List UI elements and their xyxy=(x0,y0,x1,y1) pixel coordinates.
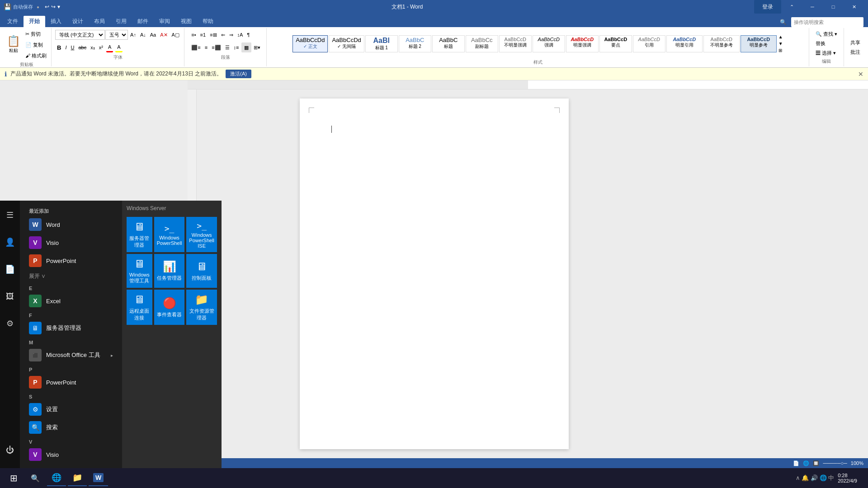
view-focus-btn[interactable]: 🔲 xyxy=(813,460,819,466)
start-item-msoffice[interactable]: ⬛ Microsoft Office 工具 ▸ xyxy=(20,346,122,364)
strikethrough-btn[interactable]: abc xyxy=(76,42,88,52)
replace-btn[interactable]: 替换 xyxy=(813,39,840,48)
redo-btn[interactable]: ↪ xyxy=(51,4,56,10)
share-btn[interactable]: 共享 xyxy=(848,38,863,47)
start-item-powerpoint-recent[interactable]: P PowerPoint xyxy=(20,252,122,270)
tab-insert[interactable]: 插入 xyxy=(45,16,67,27)
style-no-spacing[interactable]: AaBbCcDd ✓ 无间隔 xyxy=(329,35,364,52)
select-btn[interactable]: ☰ 选择 ▾ xyxy=(813,49,840,57)
style-subtle-ref[interactable]: AaBbCcD 不明显参考 xyxy=(703,35,740,52)
tile-powershell[interactable]: >_ Windows PowerShell xyxy=(154,217,185,252)
document-icon-btn[interactable]: 📄 xyxy=(0,259,20,279)
italic-btn[interactable]: I xyxy=(63,42,68,52)
view-print-btn[interactable]: 📄 xyxy=(793,460,799,466)
superscript-btn[interactable]: x² xyxy=(97,42,105,52)
subscript-btn[interactable]: x₂ xyxy=(89,42,97,52)
expand-btn[interactable]: 展开 ∨ xyxy=(20,270,122,283)
taskbar-search-btn[interactable]: 🔍 xyxy=(25,468,45,488)
tile-task-manager[interactable]: 📊 任务管理器 xyxy=(154,254,185,288)
tile-control-panel[interactable]: 🖥 控制面板 xyxy=(186,254,217,288)
styles-down-btn[interactable]: ▼ xyxy=(778,41,784,47)
styles-more-btn[interactable]: ⊞ xyxy=(778,47,784,53)
tile-server-manager[interactable]: 🖥 服务器管理器 xyxy=(127,217,152,252)
comments-btn[interactable]: 批注 xyxy=(848,48,863,56)
settings-side-btn[interactable]: ⚙ xyxy=(0,314,20,333)
style-title[interactable]: AaBbC 标题 xyxy=(432,35,465,52)
tile-event-viewer[interactable]: 🔴 事件查看器 xyxy=(154,290,185,325)
ribbon-toggle-btn[interactable]: ⌃ xyxy=(781,0,802,14)
pictures-btn[interactable]: 🖼 xyxy=(0,286,20,306)
infobar-close-btn[interactable]: ✕ xyxy=(858,70,863,78)
tab-home[interactable]: 开始 xyxy=(24,16,45,27)
taskbar-explorer[interactable]: 📁 xyxy=(68,470,87,486)
font-grow-btn[interactable]: A↑ xyxy=(128,30,138,40)
numbering-btn[interactable]: ≡1 xyxy=(198,30,208,40)
start-item-word[interactable]: W Word xyxy=(20,216,122,234)
activate-button[interactable]: 激活(A) xyxy=(226,70,251,78)
start-button[interactable]: ⊞ xyxy=(4,468,24,488)
find-btn[interactable]: 🔍 查找 ▾ xyxy=(813,30,840,38)
zoom-slider[interactable]: ─────○─ xyxy=(823,460,847,466)
style-heading2[interactable]: AaBbC 标题 2 xyxy=(399,35,431,52)
start-item-excel[interactable]: X Excel xyxy=(20,292,122,310)
tab-file[interactable]: 文件 xyxy=(2,16,24,27)
start-item-search[interactable]: 🔍 搜索 xyxy=(20,418,122,436)
highlight-btn[interactable]: A xyxy=(115,42,122,52)
line-spacing-btn[interactable]: ↕≡ xyxy=(232,42,241,52)
tile-file-explorer[interactable]: 📁 文件资源管理器 xyxy=(186,290,217,325)
tile-powershell-ise[interactable]: >_ Windows PowerShell ISE xyxy=(186,217,217,252)
justify-btn[interactable]: ☰ xyxy=(223,42,231,52)
font-shrink-btn[interactable]: A↓ xyxy=(138,30,148,40)
shading-btn[interactable]: ▩ xyxy=(241,42,251,52)
style-emphasis[interactable]: AaBbCcD 强调 xyxy=(533,35,565,52)
tab-mailings[interactable]: 邮件 xyxy=(132,16,154,27)
close-btn[interactable]: ✕ xyxy=(844,0,864,14)
tab-design[interactable]: 设计 xyxy=(67,16,89,27)
paste-btn[interactable]: 📋 粘贴 xyxy=(5,31,23,58)
tab-layout[interactable]: 布局 xyxy=(89,16,110,27)
taskbar-word[interactable]: W xyxy=(89,470,108,486)
style-intense-ref[interactable]: AaBbCcD 明显参考 xyxy=(741,35,777,52)
autosave-toggle[interactable]: ● xyxy=(37,5,39,9)
login-btn[interactable]: 登录 xyxy=(754,0,781,14)
style-intense-quote[interactable]: AaBbCcD 明显引用 xyxy=(666,35,703,52)
start-item-visio2[interactable]: V Visio xyxy=(20,446,122,464)
maximize-btn[interactable]: □ xyxy=(823,0,844,14)
format-painter-btn[interactable]: 🖌 格式刷 xyxy=(24,51,48,61)
style-normal[interactable]: AaBbCcDd ✓ 正文 xyxy=(292,35,328,52)
indent-decrease-btn[interactable]: ⇐ xyxy=(219,30,227,40)
style-quote[interactable]: AaBbCcD 引用 xyxy=(633,35,665,52)
style-intense-em[interactable]: AaBbCcD 明显强调 xyxy=(566,35,599,52)
tab-help[interactable]: 帮助 xyxy=(197,16,219,27)
taskbar-edge[interactable]: 🌐 xyxy=(47,470,66,486)
change-case-btn[interactable]: Aa xyxy=(148,30,158,40)
start-item-server-mgr[interactable]: 🖥 服务器管理器 xyxy=(20,319,122,337)
tab-references[interactable]: 引用 xyxy=(110,16,132,27)
undo-btn[interactable]: ↩ xyxy=(45,4,49,10)
clear-format-btn[interactable]: A✕ xyxy=(158,30,169,40)
multilevel-btn[interactable]: ≡⊞ xyxy=(208,30,218,40)
styles-up-btn[interactable]: ▲ xyxy=(778,34,784,40)
underline-btn[interactable]: U xyxy=(69,42,76,52)
font-size-select[interactable]: 五号 xyxy=(105,30,128,40)
show-marks-btn[interactable]: ¶ xyxy=(245,30,251,40)
bold-btn[interactable]: B xyxy=(55,42,63,52)
borders-btn[interactable]: ⊞▾ xyxy=(252,42,262,52)
document-page[interactable] xyxy=(300,99,569,449)
style-subtle-em[interactable]: AaBbCcD 不明显强调 xyxy=(499,35,532,52)
style-heading1[interactable]: AaBl 标题 1 xyxy=(365,35,398,52)
sort-btn[interactable]: ↕A xyxy=(236,30,245,40)
align-right-btn[interactable]: ≡⬛ xyxy=(210,42,222,52)
tab-review[interactable]: 审阅 xyxy=(154,16,175,27)
start-item-visio[interactable]: V Visio xyxy=(20,234,122,252)
style-strong[interactable]: AaBbCcD 要点 xyxy=(599,35,632,52)
style-subtitle[interactable]: AaBbCc 副标题 xyxy=(466,35,498,52)
align-center-btn[interactable]: ≡ xyxy=(203,42,209,52)
cut-btn[interactable]: ✂ 剪切 xyxy=(24,29,48,39)
start-item-settings[interactable]: ⚙ 设置 xyxy=(20,400,122,418)
align-left-btn[interactable]: ⬛≡ xyxy=(189,42,202,52)
font-color-btn[interactable]: A xyxy=(106,42,113,52)
font-name-select[interactable]: 等线 (中文正文) xyxy=(55,30,105,40)
start-item-powerpoint2[interactable]: P PowerPoint xyxy=(20,373,122,391)
view-web-btn[interactable]: 🌐 xyxy=(803,460,809,466)
